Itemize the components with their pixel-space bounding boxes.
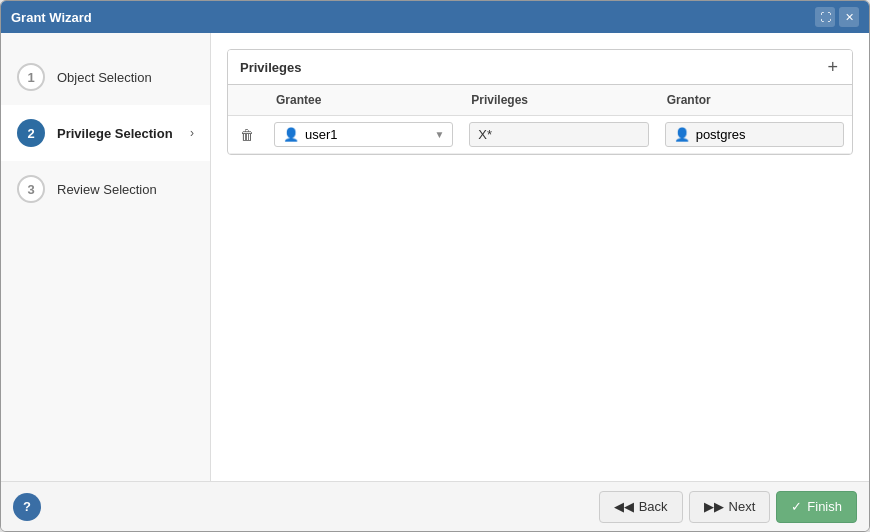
back-button[interactable]: ◀◀ Back	[599, 491, 683, 523]
step-2-circle: 2	[17, 119, 45, 147]
footer: ? ◀◀ Back ▶▶ Next ✓ Finish	[1, 481, 869, 531]
wizard-window: Grant Wizard ⛶ ✕ 1 Object Selection 2 Pr…	[0, 0, 870, 532]
grantor-user-icon: 👤	[674, 127, 690, 142]
grantor-cell: 👤 postgres	[657, 116, 852, 154]
step-2-label: Privilege Selection	[57, 126, 173, 141]
footer-left: ?	[13, 493, 41, 521]
privileges-value[interactable]: X*	[469, 122, 648, 147]
grantee-dropdown[interactable]: 👤 user1 ▼	[274, 122, 453, 147]
col-grantee-header: Grantee	[266, 85, 461, 116]
next-icon: ▶▶	[704, 499, 724, 514]
user-icon: 👤	[283, 127, 299, 142]
wizard-body: 1 Object Selection 2 Privilege Selection…	[1, 33, 869, 481]
privileges-cell: X*	[461, 116, 656, 154]
dropdown-arrow-icon: ▼	[434, 129, 444, 140]
step-1-label: Object Selection	[57, 70, 152, 85]
grantee-cell: 👤 user1 ▼	[266, 116, 461, 154]
help-button[interactable]: ?	[13, 493, 41, 521]
step-3-circle: 3	[17, 175, 45, 203]
privileges-panel: Privileges + Grantee Privileges	[227, 49, 853, 155]
col-grantor-header: Grantor	[657, 85, 852, 116]
close-button[interactable]: ✕	[839, 7, 859, 27]
grantor-value: postgres	[696, 127, 746, 142]
back-icon: ◀◀	[614, 499, 634, 514]
finish-button[interactable]: ✓ Finish	[776, 491, 857, 523]
step-2-item[interactable]: 2 Privilege Selection ›	[1, 105, 210, 161]
next-button[interactable]: ▶▶ Next	[689, 491, 771, 523]
privileges-header: Privileges +	[228, 50, 852, 85]
step-3-item[interactable]: 3 Review Selection	[1, 161, 210, 217]
grantor-value-cell: 👤 postgres	[665, 122, 844, 147]
privileges-table: Grantee Privileges Grantor	[228, 85, 852, 154]
next-label: Next	[729, 499, 756, 514]
add-privilege-button[interactable]: +	[825, 58, 840, 76]
col-action-header	[228, 85, 266, 116]
delete-row-button[interactable]: 🗑	[236, 125, 258, 145]
finish-label: Finish	[807, 499, 842, 514]
sidebar: 1 Object Selection 2 Privilege Selection…	[1, 33, 211, 481]
main-content: Privileges + Grantee Privileges	[211, 33, 869, 481]
maximize-button[interactable]: ⛶	[815, 7, 835, 27]
grantee-value: user1	[305, 127, 338, 142]
window-title: Grant Wizard	[11, 10, 92, 25]
table-row: 🗑 👤 user1 ▼	[228, 116, 852, 154]
title-bar: Grant Wizard ⛶ ✕	[1, 1, 869, 33]
finish-check-icon: ✓	[791, 499, 802, 514]
step-1-circle: 1	[17, 63, 45, 91]
title-bar-controls: ⛶ ✕	[815, 7, 859, 27]
footer-right: ◀◀ Back ▶▶ Next ✓ Finish	[599, 491, 857, 523]
privileges-title: Privileges	[240, 60, 301, 75]
col-privileges-header: Privileges	[461, 85, 656, 116]
row-delete-cell: 🗑	[228, 116, 266, 154]
step-2-arrow: ›	[190, 126, 194, 140]
back-label: Back	[639, 499, 668, 514]
step-1-item[interactable]: 1 Object Selection	[1, 49, 210, 105]
step-3-label: Review Selection	[57, 182, 157, 197]
